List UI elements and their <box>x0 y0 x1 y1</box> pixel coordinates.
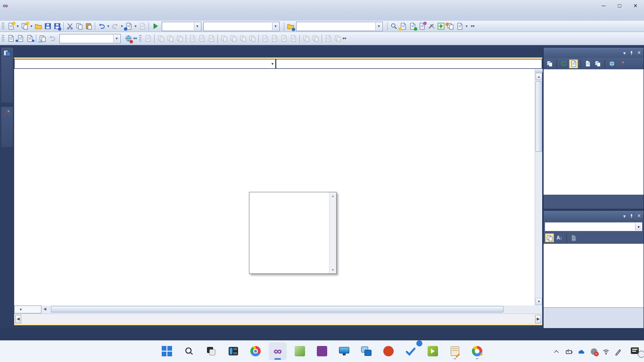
events-dropdown[interactable] <box>276 59 542 69</box>
wifi-icon[interactable] <box>602 348 610 356</box>
battery-icon[interactable] <box>565 348 573 356</box>
properties-title-bar[interactable]: ▾ × <box>544 211 644 221</box>
visual-studio-taskbar-icon[interactable]: ∞ <box>269 342 287 360</box>
format-document-icon[interactable] <box>6 34 16 43</box>
solution-platforms-dropdown[interactable]: ▾ <box>203 22 280 31</box>
breadcrumb-scroll-left[interactable]: ◀ <box>15 315 21 323</box>
onedrive-icon[interactable] <box>578 348 586 356</box>
object-browser-icon[interactable] <box>446 22 455 31</box>
properties-window-icon[interactable] <box>398 22 408 31</box>
refresh-icon[interactable] <box>559 59 568 68</box>
start-button[interactable] <box>158 342 176 360</box>
copy-icon[interactable] <box>74 22 84 31</box>
nest-related-files-icon[interactable] <box>569 59 578 68</box>
popup-scroll-down[interactable]: ▼ <box>330 266 336 273</box>
browser-profile-icon[interactable]: ✦ <box>468 342 486 360</box>
open-file-icon[interactable] <box>33 22 43 31</box>
editor-split-handle[interactable] <box>535 69 543 73</box>
window-menu-icon[interactable]: ▾ <box>623 50 626 56</box>
view-designer-icon[interactable] <box>593 59 602 68</box>
solution-explorer-title-bar[interactable]: ▾ × <box>544 48 644 58</box>
close-button[interactable]: × <box>634 2 637 9</box>
toolbox-tab[interactable] <box>1 107 13 147</box>
paste-icon[interactable] <box>84 22 93 31</box>
navigate-forward-icon[interactable] <box>138 22 147 31</box>
solution-configurations-dropdown[interactable]: ▾ <box>162 22 201 31</box>
redo-icon[interactable] <box>110 22 120 31</box>
target-schema-dropdown[interactable]: ▾ <box>59 34 121 43</box>
toolbar-grip[interactable] <box>139 35 141 42</box>
add-item-icon[interactable] <box>20 22 29 31</box>
window-menu-icon[interactable]: ▾ <box>623 214 626 219</box>
undo-icon[interactable] <box>97 22 106 31</box>
task-view-button[interactable] <box>202 342 220 360</box>
extension-manager-icon[interactable] <box>427 22 436 31</box>
scroll-down-button[interactable]: ▼ <box>536 298 542 305</box>
toolbar-grip[interactable] <box>2 23 4 30</box>
selected-object-dropdown[interactable]: ▾ <box>545 222 643 231</box>
new-project-icon[interactable] <box>6 22 16 31</box>
toolbox-icon[interactable] <box>417 22 427 31</box>
chrome-icon[interactable] <box>247 342 264 360</box>
onenote-icon[interactable] <box>313 342 331 360</box>
popup-scroll-up[interactable]: ▲ <box>330 192 336 199</box>
pen-icon[interactable] <box>614 348 622 356</box>
asp-net-configuration-icon[interactable] <box>617 59 626 68</box>
hyper-v-icon[interactable] <box>357 342 375 360</box>
categorized-icon[interactable] <box>545 233 554 242</box>
editor-horizontal-scrollbar[interactable]: ◀ <box>41 305 542 313</box>
search-button[interactable] <box>180 342 198 360</box>
toolbar-overflow-icon[interactable]: ▾▾ <box>342 36 347 41</box>
close-panel-icon[interactable]: × <box>637 49 641 56</box>
cut-icon[interactable] <box>65 22 74 31</box>
tray-expand-icon[interactable] <box>553 348 561 356</box>
remote-desktop-icon[interactable] <box>335 342 353 360</box>
file-explorer-icon[interactable] <box>224 342 242 360</box>
intellisense-scrollbar[interactable]: ▲ ▼ <box>329 192 336 273</box>
editor-vertical-scrollbar[interactable]: ▲ ▼ <box>535 69 542 305</box>
scroll-up-button[interactable]: ▲ <box>536 73 542 80</box>
pin-icon[interactable] <box>629 214 634 219</box>
solution-explorer-icon[interactable] <box>408 22 417 31</box>
property-pages-icon[interactable] <box>569 233 578 242</box>
reformat-icon[interactable] <box>47 34 57 43</box>
pin-icon[interactable] <box>629 50 634 56</box>
powerpoint-icon[interactable] <box>380 342 397 360</box>
sync-error-icon[interactable]: × <box>590 348 598 356</box>
find-icon[interactable] <box>286 22 295 31</box>
find-in-files-icon[interactable] <box>389 22 398 31</box>
view-code-icon[interactable] <box>583 59 592 68</box>
toolbar-overflow-icon[interactable]: ▾▾ <box>471 24 475 28</box>
server-explorer-tab[interactable] <box>1 47 13 103</box>
increase-indent-icon[interactable] <box>25 34 34 43</box>
navigate-backward-icon[interactable] <box>124 22 133 31</box>
capture-app-icon[interactable] <box>291 342 309 360</box>
notification-center-icon[interactable] <box>631 347 641 356</box>
title-bar[interactable]: ∞ ─ □ × <box>0 0 644 11</box>
alphabetical-sort-icon[interactable]: A↓ <box>555 233 564 242</box>
properties-icon[interactable] <box>545 59 554 68</box>
close-panel-icon[interactable]: × <box>637 213 641 219</box>
editor-zoom-dropdown[interactable]: ▾ <box>14 305 41 313</box>
notes-app-icon[interactable] <box>446 342 464 360</box>
start-page-icon[interactable] <box>436 22 446 31</box>
objects-dropdown[interactable]: ▾ <box>14 59 276 69</box>
breadcrumb-scroll-right[interactable]: ▶ <box>535 315 541 323</box>
todo-app-icon[interactable] <box>402 342 420 360</box>
minimize-button[interactable]: ─ <box>602 2 606 9</box>
save-all-icon[interactable] <box>52 22 62 31</box>
horizontal-scroll-thumb[interactable] <box>51 306 504 313</box>
search-combo[interactable]: ▾ <box>296 22 383 31</box>
save-icon[interactable] <box>43 22 52 31</box>
toolbar-overflow-icon[interactable]: ▾▾ <box>133 36 137 41</box>
toolbar-grip[interactable] <box>2 35 4 42</box>
format-selection-icon[interactable] <box>38 34 47 43</box>
start-debugging-icon[interactable] <box>150 22 160 31</box>
copy-web-site-icon[interactable] <box>607 59 616 68</box>
decrease-indent-icon[interactable] <box>16 34 25 43</box>
command-window-icon[interactable] <box>455 22 464 31</box>
validation-icon[interactable] <box>124 34 133 43</box>
maximize-button[interactable]: □ <box>618 2 621 9</box>
vertical-scroll-thumb[interactable] <box>536 81 542 152</box>
screen-recorder-icon[interactable] <box>424 342 442 360</box>
